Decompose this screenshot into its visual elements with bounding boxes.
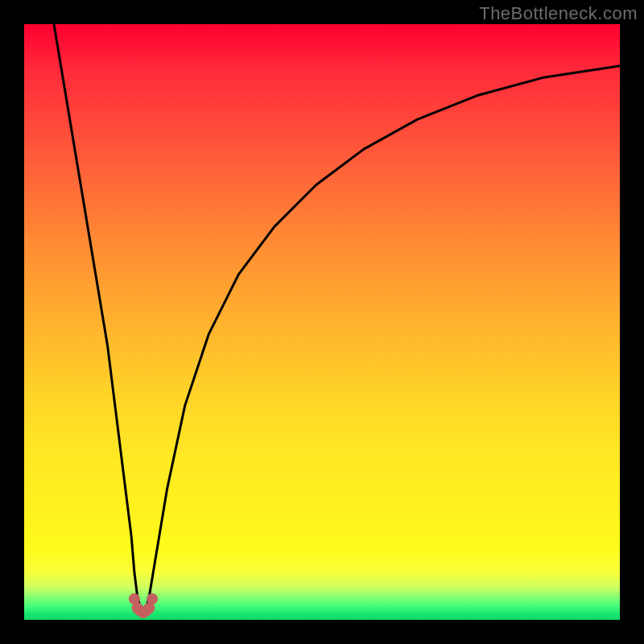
watermark-text: TheBottleneck.com	[479, 3, 638, 24]
plot-area	[24, 24, 620, 620]
curve-minimum-markers	[129, 593, 158, 618]
chart-frame: TheBottleneck.com	[0, 0, 644, 644]
curve-marker	[147, 593, 158, 605]
bottleneck-curve-svg	[24, 24, 620, 620]
bottleneck-curve	[54, 24, 620, 614]
